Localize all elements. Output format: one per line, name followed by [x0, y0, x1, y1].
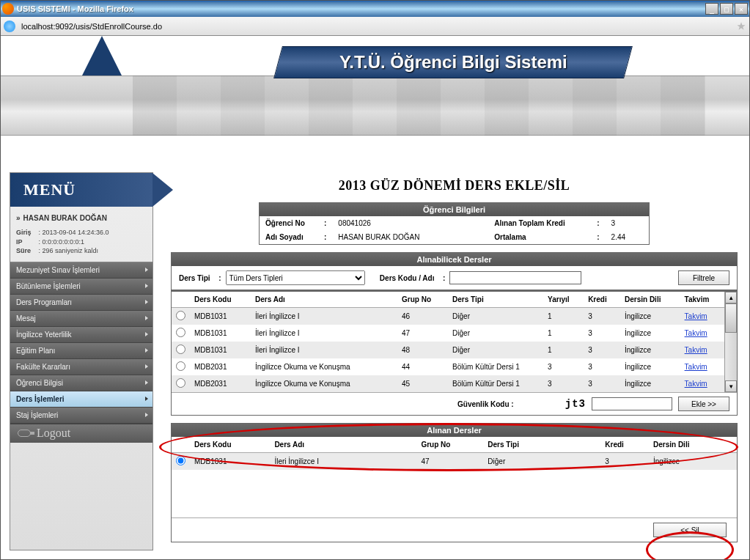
- filter-row: Ders Tipi : Tüm Ders Tipleri Ders Kodu /…: [172, 266, 737, 292]
- security-code-display: jt3: [565, 398, 586, 410]
- banner-title-box: Y.T.Ü. Öğrenci Bilgi Sistemi: [273, 46, 633, 78]
- page-body: 2013 GÜZ DÖNEMİ DERS EKLE/SİL Öğrenci Bi…: [153, 172, 749, 550]
- menu-list: Mezuniyet Sınav İşlemleriBütünleme İşlem…: [10, 262, 152, 424]
- delete-row: << Sil: [172, 517, 737, 542]
- student-info-panel: Öğrenci Bilgileri Öğrenci No:08041026 Al…: [259, 202, 650, 245]
- taken-courses-table: Ders Kodu Ders Adı Grup No Ders Tipi Kre…: [172, 437, 737, 470]
- table-row: MDB2031 İngilizce Okuma ve Konuşma 44 Bö…: [172, 358, 724, 375]
- key-icon: [18, 430, 31, 437]
- add-row: Güvenlik Kodu : jt3 Ekle >>: [172, 392, 737, 415]
- add-button[interactable]: Ekle >>: [678, 397, 729, 411]
- maximize-button[interactable]: □: [720, 3, 733, 15]
- url-input[interactable]: [18, 19, 733, 34]
- chevron-right-icon: [145, 380, 148, 385]
- minimize-button[interactable]: _: [705, 3, 718, 15]
- sidebar: MENÜ » HASAN BURAK DOĞAN Giriş : 2013-09…: [10, 172, 153, 550]
- sidebar-item-4[interactable]: İngilizce Yeterlilik: [10, 327, 152, 343]
- table-row: MDB1031 İleri İngilizce I 47 Diğer 1 3 İ…: [172, 325, 724, 342]
- row-radio[interactable]: [176, 378, 185, 388]
- sidebar-item-7[interactable]: Öğrenci Bilgisi: [10, 375, 152, 391]
- chevron-right-icon: [145, 364, 148, 369]
- row-radio[interactable]: [176, 361, 185, 371]
- banner-title: Y.T.Ü. Öğrenci Bilgi Sistemi: [339, 52, 567, 73]
- browser-window: USIS SISTEMI - Mozilla Firefox _ □ ✕ Y.T…: [0, 0, 750, 560]
- logout-button[interactable]: Logout: [10, 424, 152, 443]
- sidebar-item-3[interactable]: Mesaj: [10, 311, 152, 327]
- close-button[interactable]: ✕: [735, 3, 748, 15]
- window-title: USIS SISTEMI - Mozilla Firefox: [17, 4, 705, 13]
- sidebar-item-9[interactable]: Staj İşlemleri: [10, 408, 152, 424]
- sidebar-item-0[interactable]: Mezuniyet Sınav İşlemleri: [10, 262, 152, 279]
- user-name: HASAN BURAK DOĞAN: [23, 214, 107, 222]
- delete-button[interactable]: << Sil: [653, 523, 727, 537]
- user-name-row: » HASAN BURAK DOĞAN: [10, 207, 152, 226]
- chevron-right-icon: [145, 300, 148, 304]
- table-row: MDB1031 İleri İngilizce I 47 Diğer 3 İng…: [172, 453, 737, 471]
- taken-header: Alınan Dersler: [172, 424, 737, 437]
- row-radio[interactable]: [176, 456, 185, 465]
- calendar-link[interactable]: Takvim: [685, 312, 707, 320]
- header-banner: Y.T.Ü. Öğrenci Bilgi Sistemi Y T Ü: [1, 36, 749, 136]
- calendar-link[interactable]: Takvim: [685, 329, 707, 337]
- sidebar-item-2[interactable]: Ders Programları: [10, 295, 152, 311]
- course-code-input[interactable]: [449, 271, 581, 284]
- calendar-link[interactable]: Takvim: [685, 363, 707, 371]
- address-bar: [1, 17, 749, 36]
- student-info-header: Öğrenci Bilgileri: [260, 203, 649, 216]
- scroll-thumb[interactable]: [725, 303, 737, 333]
- chevron-right-icon: [145, 332, 148, 336]
- chevron-right-icon: [145, 348, 148, 353]
- scroll-down-icon[interactable]: ▼: [725, 380, 737, 392]
- globe-icon: [4, 21, 15, 32]
- bookmark-star-icon[interactable]: [736, 21, 746, 32]
- chevron-right-icon: [145, 316, 148, 320]
- sidebar-item-6[interactable]: Fakülte Kararları: [10, 359, 152, 375]
- sidebar-item-5[interactable]: Eğitim Planı: [10, 343, 152, 359]
- sidebar-item-8[interactable]: Ders İşlemleri: [10, 391, 152, 408]
- menu-header: MENÜ: [10, 173, 152, 207]
- filter-button[interactable]: Filtrele: [678, 270, 729, 285]
- calendar-link[interactable]: Takvim: [685, 380, 707, 388]
- row-radio[interactable]: [176, 328, 185, 337]
- titlebar: USIS SISTEMI - Mozilla Firefox _ □ ✕: [1, 1, 749, 17]
- firefox-icon: [2, 3, 14, 15]
- table-row: MDB1031 İleri İngilizce I 48 Diğer 1 3 İ…: [172, 342, 724, 358]
- chevron-right-icon: [145, 397, 148, 401]
- course-type-dropdown[interactable]: Tüm Ders Tipleri: [226, 270, 365, 285]
- page-content: Y.T.Ü. Öğrenci Bilgi Sistemi Y T Ü MENÜ …: [1, 36, 749, 559]
- table-row: MDB2031 İngilizce Okuma ve Konuşma 45 Bö…: [172, 375, 724, 392]
- row-radio[interactable]: [176, 311, 185, 320]
- student-info-table: Öğrenci No:08041026 Alınan Toplam Kredi:…: [260, 216, 649, 244]
- available-courses-panel: Alınabilicek Dersler Ders Tipi : Tüm Der…: [171, 252, 738, 416]
- page-title: 2013 GÜZ DÖNEMİ DERS EKLE/SİL: [171, 172, 738, 202]
- security-code-input[interactable]: [592, 397, 672, 410]
- session-info: Giriş : 2013-09-04 14:24:36.0 IP : 0:0:0…: [10, 226, 152, 262]
- calendar-link[interactable]: Takvim: [685, 346, 707, 354]
- chevron-right-icon: [145, 284, 148, 288]
- scroll-up-icon[interactable]: ▲: [725, 292, 737, 303]
- banner-image-strip: [133, 75, 705, 136]
- taken-courses-panel: Alınan Dersler Ders Kodu Ders Adı Grup N…: [171, 423, 738, 542]
- sidebar-item-1[interactable]: Bütünleme İşlemleri: [10, 279, 152, 295]
- available-courses-table: Ders Kodu Ders Adı Grup No Ders Tipi Yar…: [172, 292, 724, 392]
- chevron-right-icon: [145, 268, 148, 272]
- menu-arrow-icon: [152, 173, 173, 207]
- chevron-right-icon: [145, 413, 148, 417]
- available-scrollbar[interactable]: ▲ ▼: [724, 292, 737, 392]
- available-header: Alınabilicek Dersler: [172, 253, 737, 266]
- menu-label: MENÜ: [23, 180, 76, 199]
- row-radio[interactable]: [176, 345, 185, 354]
- table-row: MDB1031 İleri İngilizce I 46 Diğer 1 3 İ…: [172, 308, 724, 325]
